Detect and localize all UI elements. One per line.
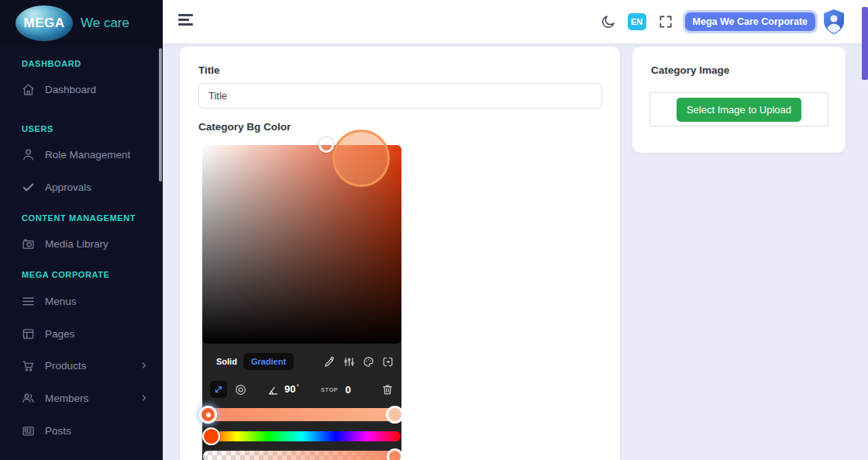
color-preview-bubble: [332, 130, 390, 187]
sidebar-item-dashboard[interactable]: Dashboard: [0, 74, 163, 105]
swap-format-icon[interactable]: [382, 356, 394, 368]
moon-icon: [601, 14, 616, 29]
user-avatar-icon[interactable]: [822, 9, 846, 35]
gradient-color-picker: Solid Gradient 90 ° STOP: [202, 145, 401, 460]
section-label-users: USERS: [22, 124, 53, 133]
fullscreen-icon: [658, 14, 673, 29]
tab-solid[interactable]: Solid: [210, 353, 243, 370]
page-scrollbar-thumb[interactable]: [862, 7, 868, 80]
layout-icon: [22, 327, 35, 341]
select-image-button[interactable]: Select Image to Upload: [677, 98, 801, 122]
radial-icon: [234, 383, 247, 396]
category-image-card: Category Image Select Image to Upload: [632, 47, 846, 153]
account-button[interactable]: Mega We Care Corporate: [683, 10, 818, 33]
sidebar-item-media-library[interactable]: Media Library: [0, 228, 163, 259]
mega-logo-ellipse: MEGA: [16, 5, 73, 41]
diagonal-arrow-icon: [213, 384, 224, 395]
angle-icon: [267, 385, 279, 396]
alpha-slider-track[interactable]: [203, 451, 401, 460]
section-label-mega-corporate: MEGA CORPORATE: [22, 270, 110, 279]
header-actions: EN Mega We Care Corporate: [600, 0, 846, 43]
sidebar-item-label: Approvals: [45, 182, 91, 193]
hamburger-menu-button[interactable]: [178, 14, 195, 29]
check-icon: [22, 181, 35, 194]
section-label-content-management: CONTENT MANAGEMENT: [22, 213, 136, 223]
bg-color-label: Category Bg Color: [198, 121, 291, 133]
angle-value: 90: [284, 383, 295, 395]
gradient-stop-handle-end[interactable]: [386, 406, 404, 424]
stop-label: STOP: [321, 386, 338, 393]
angle-degree-symbol: °: [296, 383, 299, 391]
user-icon: [22, 148, 35, 161]
sidebar-item-posts[interactable]: Posts: [0, 415, 163, 446]
gradient-stops-track[interactable]: [203, 408, 401, 421]
menu-icon: [22, 295, 35, 308]
linear-gradient-button[interactable]: [210, 381, 227, 398]
saturation-handle[interactable]: [319, 137, 334, 153]
eyedropper-icon[interactable]: [324, 356, 336, 368]
gradient-stop-handle-start[interactable]: [199, 406, 217, 424]
picker-mode-row: Solid Gradient: [202, 350, 401, 373]
camera-icon: [22, 237, 35, 251]
dark-mode-toggle[interactable]: [600, 13, 617, 30]
language-badge[interactable]: EN: [628, 13, 646, 30]
sidebar-item-label: Media Library: [45, 238, 108, 250]
hue-slider-handle[interactable]: [202, 427, 220, 445]
logo-tagline: We care: [81, 16, 129, 31]
sidebar-item-label: Products: [45, 360, 86, 372]
fullscreen-button[interactable]: [657, 13, 674, 30]
sidebar: MEGA We care DASHBOARD Dashboard USERS R…: [0, 0, 163, 460]
cart-icon: [22, 359, 35, 372]
sidebar-item-label: Role Management: [45, 149, 130, 161]
sidebar-item-label: Pages: [45, 328, 74, 340]
title-label: Title: [198, 64, 220, 76]
sidebar-item-label: Posts: [45, 425, 71, 437]
sidebar-item-menus[interactable]: Menus: [0, 285, 163, 316]
section-label-dashboard: DASHBOARD: [22, 59, 81, 68]
brand-logo[interactable]: MEGA We care: [0, 0, 163, 47]
sidebar-item-label: Members: [45, 393, 88, 404]
gradient-controls-row: 90 ° STOP 0: [202, 378, 401, 401]
sidebar-item-approvals[interactable]: Approvals: [0, 171, 163, 202]
trash-icon: [381, 383, 394, 396]
sidebar-item-products[interactable]: Products: [0, 350, 163, 381]
chevron-right-icon: [140, 361, 149, 370]
title-input[interactable]: [198, 83, 602, 109]
account-button-label: Mega We Care Corporate: [685, 12, 815, 31]
home-icon: [22, 83, 35, 96]
category-form-card: Title Category Bg Color Solid Gradient: [180, 47, 620, 460]
image-upload-dropzone: Select Image to Upload: [649, 92, 828, 126]
radial-gradient-button[interactable]: [234, 383, 247, 396]
category-image-label: Category Image: [651, 64, 729, 76]
people-icon: [22, 392, 35, 405]
stop-value: 0: [345, 384, 350, 396]
sidebar-item-label: Dashboard: [45, 84, 96, 95]
gradient-stop-control[interactable]: STOP 0: [321, 384, 351, 396]
sliders-icon[interactable]: [343, 356, 355, 368]
sidebar-item-pages[interactable]: Pages: [0, 318, 163, 349]
saturation-area[interactable]: [202, 145, 401, 344]
palette-icon[interactable]: [363, 356, 374, 368]
gradient-angle-control[interactable]: 90 °: [267, 383, 299, 396]
top-header: EN Mega We Care Corporate: [163, 0, 868, 43]
delete-stop-button[interactable]: [381, 383, 394, 396]
logo-text: MEGA: [24, 16, 65, 31]
tab-gradient[interactable]: Gradient: [243, 353, 294, 370]
sidebar-item-members[interactable]: Members: [0, 382, 163, 413]
sidebar-scrollbar-thumb[interactable]: [159, 48, 162, 182]
picker-tools: [324, 356, 394, 368]
sidebar-item-role-management[interactable]: Role Management: [0, 139, 163, 170]
hue-slider-track[interactable]: [203, 431, 401, 441]
alpha-slider-handle[interactable]: [387, 448, 403, 460]
chevron-right-icon: [140, 393, 149, 403]
newspaper-icon: [22, 424, 35, 438]
sidebar-item-label: Menus: [45, 296, 77, 307]
